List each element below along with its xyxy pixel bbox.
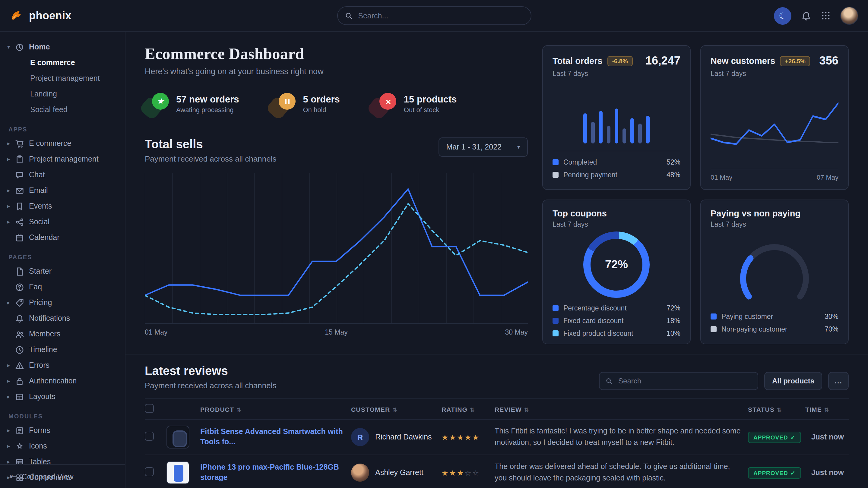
sidebar-item-members[interactable]: Members (0, 326, 125, 342)
caret-right-icon[interactable]: ▸ (7, 362, 15, 368)
more-actions-button[interactable]: ... (828, 372, 849, 390)
caret-right-icon[interactable]: ▸ (7, 140, 15, 147)
sidebar-item-landing[interactable]: Landing (0, 86, 125, 102)
sidebar-item-home[interactable]: ▾ Home (0, 39, 125, 55)
sidebar-item-social-feed[interactable]: Social feed (0, 102, 125, 118)
orders-bar-chart (553, 77, 680, 151)
bar (630, 118, 634, 143)
product-link[interactable]: Fitbit Sense Advanced Smartwatch with To… (200, 427, 346, 447)
select-all-checkbox[interactable] (145, 404, 154, 413)
card-period: Last 7 days (711, 70, 838, 77)
sidebar-item-email[interactable]: ▸ Email (0, 183, 125, 198)
caret-right-icon[interactable]: ▸ (7, 459, 15, 465)
legend-item: Percentage discount 72% (553, 301, 680, 314)
card-title: New customers (711, 56, 775, 66)
bar (591, 122, 595, 143)
column-header-customer[interactable]: CUSTOMER⇅ (351, 399, 441, 419)
card-value: 356 (819, 54, 838, 67)
check-icon: ✓ (790, 469, 796, 476)
moon-icon: ☾ (779, 11, 786, 21)
row-checkbox[interactable] (145, 467, 154, 476)
sidebar-item-starter[interactable]: Starter (0, 263, 125, 279)
calendar-icon (15, 233, 24, 242)
date-range-value: Mar 1 - 31, 2022 (446, 143, 501, 151)
reviews-search-input[interactable] (617, 376, 752, 386)
sidebar-item-ecommerce-app[interactable]: ▸ E commerce (0, 136, 125, 151)
sidebar-item-pricing[interactable]: ▸ Pricing (0, 295, 125, 311)
sort-icon: ⇅ (470, 406, 475, 413)
review-time: Just now (805, 419, 849, 455)
column-header-time[interactable]: TIME⇅ (805, 399, 849, 419)
table-row: iPhone 13 pro max-Pacific Blue-128GB sto… (145, 455, 849, 488)
sidebar-item-label: Timeline (29, 346, 57, 354)
customer-avatar: R (351, 428, 369, 446)
caret-right-icon[interactable]: ▸ (7, 188, 15, 194)
sidebar-item-label: Starter (29, 267, 52, 275)
column-header-review[interactable]: REVIEW⇅ (495, 399, 748, 419)
sidebar-item-chat[interactable]: Chat (0, 167, 125, 183)
x-tick: 01 May (145, 329, 167, 336)
sidebar-item-label: Social feed (30, 105, 67, 114)
sidebar-item-events[interactable]: ▸ Events (0, 198, 125, 214)
sidebar-item-errors[interactable]: ▸ Errors (0, 357, 125, 373)
sort-icon: ⇅ (392, 406, 397, 413)
page-subtitle: Here's what's going on at your business … (145, 67, 528, 76)
sidebar-item-social[interactable]: ▸ Social (0, 214, 125, 230)
sidebar-item-timeline[interactable]: Timeline (0, 342, 125, 357)
search-input[interactable] (357, 11, 523, 21)
bar (615, 109, 618, 143)
user-avatar[interactable] (840, 7, 858, 25)
legend-value: 30% (825, 313, 838, 320)
collapse-sidebar-button[interactable]: ⇤ Collapsed View (0, 464, 125, 488)
trend-badge: -6.8% (607, 56, 632, 66)
all-products-button[interactable]: All products (764, 372, 822, 390)
sidebar-item-ecommerce-dashboard[interactable]: E commerce (0, 55, 125, 70)
product-thumbnail[interactable] (166, 426, 189, 449)
sidebar-item-notifications[interactable]: Notifications (0, 311, 125, 326)
sidebar-item-faq[interactable]: Faq (0, 279, 125, 295)
caret-right-icon[interactable]: ▸ (7, 394, 15, 400)
x-tick: 15 May (325, 329, 347, 336)
dark-mode-toggle[interactable]: ☾ (774, 7, 792, 24)
stat-caption: On hold (303, 106, 340, 113)
sidebar-item-forms[interactable]: ▸ Forms (0, 423, 125, 438)
caret-right-icon[interactable]: ▸ (7, 156, 15, 162)
caret-right-icon[interactable]: ▸ (7, 378, 15, 384)
customer-name: Richard Dawkins (375, 433, 432, 441)
stat-caption: Out of stock (404, 106, 457, 113)
apps-grid-icon[interactable] (821, 11, 831, 21)
sidebar-item-calendar[interactable]: Calendar (0, 230, 125, 246)
row-checkbox[interactable] (145, 432, 154, 441)
review-text: This Fitbit is fantastic! I was trying t… (495, 426, 743, 449)
caret-right-icon[interactable]: ▸ (7, 203, 15, 209)
global-search[interactable] (337, 6, 531, 25)
sidebar-item-label: E commerce (29, 139, 71, 148)
customer-name: Ashley Garrett (375, 468, 424, 477)
caret-right-icon[interactable]: ▸ (7, 443, 15, 449)
sidebar-item-project-management-dashboard[interactable]: Project management (0, 70, 125, 86)
x-tick: 30 May (505, 329, 528, 336)
bell-icon[interactable] (801, 10, 811, 21)
stat-value: 5 orders (303, 94, 340, 105)
product-link[interactable]: iPhone 13 pro max-Pacific Blue-128GB sto… (200, 462, 346, 483)
legend-swatch (553, 305, 559, 311)
brand[interactable]: phoenix (10, 8, 71, 23)
caret-right-icon[interactable]: ▸ (7, 300, 15, 306)
total-sells-subtitle: Payment received across all channels (145, 154, 276, 163)
sidebar-item-icons[interactable]: ▸ Icons (0, 438, 125, 454)
date-range-select[interactable]: Mar 1 - 31, 2022 ▾ (438, 137, 528, 157)
sidebar-item-project-management-app[interactable]: ▸ Project management (0, 151, 125, 167)
column-header-product[interactable]: PRODUCT⇅ (200, 399, 351, 419)
caret-right-icon[interactable]: ▸ (7, 219, 15, 225)
caret-down-icon[interactable]: ▾ (7, 44, 15, 50)
phoenix-logo-icon (10, 8, 24, 23)
product-thumbnail[interactable] (166, 461, 189, 484)
sidebar-item-label: Faq (29, 283, 42, 291)
sidebar-item-layouts[interactable]: ▸ Layouts (0, 389, 125, 404)
column-header-status[interactable]: STATUS⇅ (748, 399, 805, 419)
stat-value: 57 new orders (176, 94, 239, 105)
column-header-rating[interactable]: RATING⇅ (441, 399, 495, 419)
sidebar-item-authentication[interactable]: ▸ Authentication (0, 373, 125, 389)
caret-right-icon[interactable]: ▸ (7, 427, 15, 433)
reviews-search[interactable] (599, 372, 758, 390)
